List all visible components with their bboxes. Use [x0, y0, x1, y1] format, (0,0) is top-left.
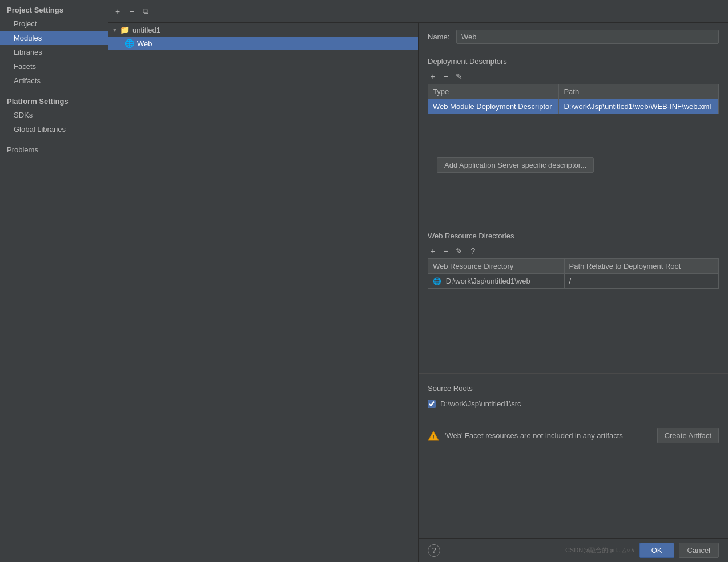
platform-settings-label: Platform Settings: [0, 91, 108, 108]
wrd-directory-cell: 🌐 D:\work\Jsp\untitled1\web: [428, 274, 565, 289]
sidebar-item-libraries[interactable]: Libraries: [0, 45, 108, 59]
wrd-relpath-cell: /: [564, 274, 718, 289]
section-divider-2: [419, 373, 728, 374]
tree-node-untitled1[interactable]: ▼ 📁 untitled1: [108, 23, 418, 37]
table-row[interactable]: Web Module Deployment Descriptor D:\work…: [428, 99, 719, 114]
name-input[interactable]: [456, 30, 719, 44]
sidebar-item-sdks[interactable]: SDKs: [0, 108, 108, 122]
dd-edit-btn[interactable]: ✎: [453, 71, 465, 82]
source-root-checkbox[interactable]: [428, 400, 436, 408]
remove-module-btn[interactable]: −: [127, 6, 136, 17]
source-root-row: D:\work\Jsp\untitled1\src: [419, 396, 728, 411]
dd-path-col-header: Path: [559, 84, 719, 99]
warning-bar: ! 'Web' Facet resources are not included…: [419, 423, 728, 448]
dd-add-btn[interactable]: +: [428, 71, 438, 82]
wrd-relpath-col-header: Path Relative to Deployment Root: [564, 259, 718, 274]
warning-triangle-icon: !: [428, 430, 439, 442]
wrd-directory-col-header: Web Resource Directory: [428, 259, 565, 274]
svg-text:!: !: [432, 434, 435, 440]
web-resource-folder-icon: 🌐: [433, 277, 441, 285]
wrd-help-btn[interactable]: ?: [468, 246, 478, 256]
section-divider-1: [419, 221, 728, 221]
add-module-btn[interactable]: +: [113, 6, 122, 17]
deployment-descriptors-table: Type Path Web Module Deployment Descript…: [428, 84, 719, 114]
top-toolbar: + − ⧉: [108, 0, 728, 23]
help-button[interactable]: ?: [428, 544, 440, 557]
sidebar-item-problems[interactable]: Problems: [0, 140, 108, 156]
name-row: Name:: [419, 23, 728, 51]
wrd-edit-btn[interactable]: ✎: [453, 246, 465, 256]
sidebar-item-facets[interactable]: Facets: [0, 59, 108, 74]
add-descriptor-btn[interactable]: Add Application Server specific descript…: [437, 157, 594, 173]
sidebar-item-global-libraries[interactable]: Global Libraries: [0, 122, 108, 136]
table-row[interactable]: 🌐 D:\work\Jsp\untitled1\web /: [428, 274, 719, 289]
tree-node-web-label: Web: [137, 39, 152, 48]
folder-icon: 📁: [120, 25, 130, 34]
project-settings-label: Project Settings: [0, 0, 108, 17]
wrd-add-btn[interactable]: +: [428, 246, 438, 256]
source-roots-header: Source Roots: [419, 378, 728, 396]
deployment-descriptors-header: Deployment Descriptors: [419, 51, 728, 69]
dd-remove-btn[interactable]: −: [440, 71, 451, 82]
deployment-descriptors-toolbar: + − ✎: [419, 69, 728, 84]
dd-path-cell: D:\work\Jsp\untitled1\web\WEB-INF\web.xm…: [559, 99, 719, 114]
name-label: Name:: [428, 33, 451, 41]
tree-node-root-label: untitled1: [132, 26, 160, 34]
cancel-button[interactable]: Cancel: [679, 543, 719, 558]
add-descriptor-row: Add Application Server specific descript…: [419, 148, 728, 182]
create-artifact-btn[interactable]: Create Artifact: [657, 428, 719, 443]
dd-type-col-header: Type: [428, 84, 559, 99]
wrd-remove-btn[interactable]: −: [440, 246, 451, 256]
copy-module-btn[interactable]: ⧉: [140, 6, 151, 17]
web-resource-directories-header: Web Resource Directories: [419, 226, 728, 244]
warning-message: 'Web' Facet resources are not included i…: [445, 431, 651, 440]
ok-button[interactable]: OK: [639, 543, 674, 558]
source-root-path: D:\work\Jsp\untitled1\src: [440, 399, 521, 408]
wrd-toolbar: + − ✎ ?: [419, 244, 728, 258]
collapse-arrow: ▼: [112, 27, 118, 33]
sidebar-item-artifacts[interactable]: Artifacts: [0, 74, 108, 88]
watermark-text: CSDN@融合的girl...△○∧: [565, 546, 635, 555]
sidebar-item-project[interactable]: Project: [0, 17, 108, 31]
dd-type-cell: Web Module Deployment Descriptor: [428, 99, 559, 114]
tree-node-web[interactable]: 🌐 Web: [108, 37, 418, 50]
bottom-bar: ? CSDN@融合的girl...△○∧ OK Cancel: [419, 538, 728, 562]
sidebar-item-modules[interactable]: Modules: [0, 31, 108, 45]
web-resource-directories-table: Web Resource Directory Path Relative to …: [428, 258, 719, 289]
web-module-icon: 🌐: [124, 39, 134, 48]
